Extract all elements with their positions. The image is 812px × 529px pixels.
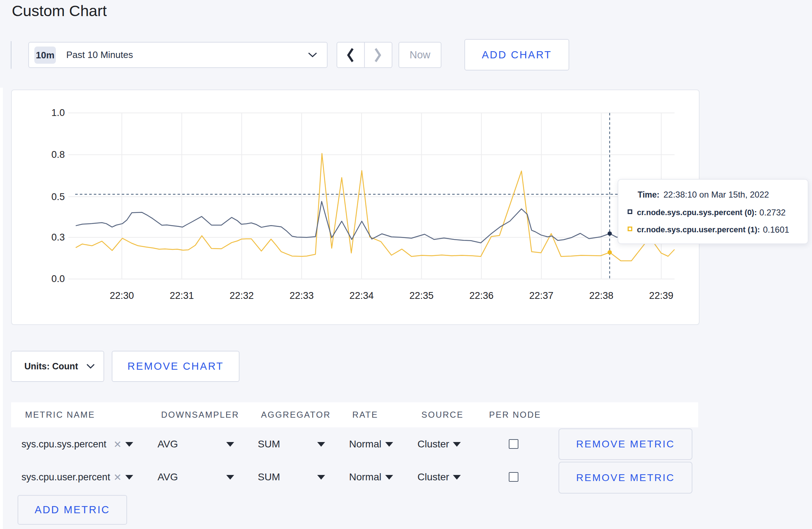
svg-text:22:38: 22:38 — [589, 290, 614, 301]
svg-text:0.0: 0.0 — [51, 273, 65, 284]
svg-text:1.0: 1.0 — [51, 107, 65, 118]
svg-text:0.5: 0.5 — [51, 191, 65, 202]
svg-text:22:31: 22:31 — [170, 290, 194, 301]
svg-text:22:30: 22:30 — [110, 290, 134, 301]
svg-text:22:33: 22:33 — [290, 290, 314, 301]
svg-text:22:34: 22:34 — [349, 290, 374, 301]
svg-text:0.8: 0.8 — [51, 149, 65, 160]
svg-text:22:35: 22:35 — [410, 290, 434, 301]
svg-text:22:36: 22:36 — [469, 290, 494, 301]
svg-text:22:32: 22:32 — [229, 290, 254, 301]
svg-text:0.3: 0.3 — [51, 232, 65, 243]
svg-text:22:37: 22:37 — [529, 290, 554, 301]
svg-text:22:39: 22:39 — [649, 290, 673, 301]
